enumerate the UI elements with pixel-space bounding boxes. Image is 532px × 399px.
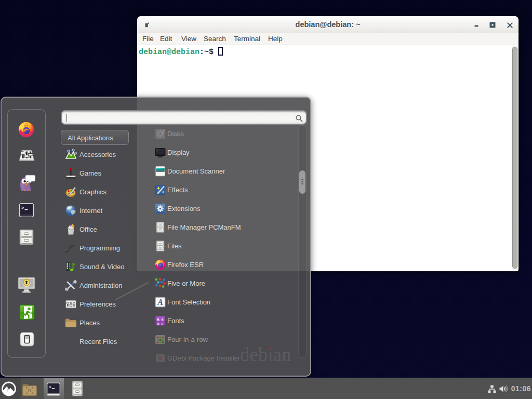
svg-text:A: A bbox=[157, 298, 163, 307]
svg-text:>: > bbox=[21, 206, 24, 211]
svg-text:a: a bbox=[162, 321, 164, 326]
svg-text:>: > bbox=[49, 385, 51, 390]
svg-text:a: a bbox=[157, 321, 159, 326]
svg-text:D: D bbox=[28, 388, 32, 393]
